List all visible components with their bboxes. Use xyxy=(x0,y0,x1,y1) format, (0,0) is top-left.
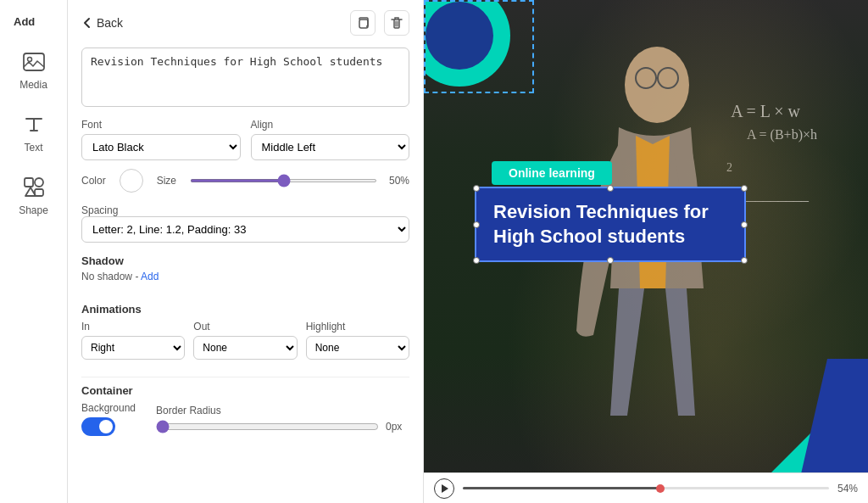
progress-fill xyxy=(463,487,660,489)
svg-point-8 xyxy=(625,47,689,123)
progress-percentage: 54% xyxy=(837,483,858,495)
handle-middle-right[interactable] xyxy=(741,221,748,228)
progress-track[interactable] xyxy=(463,487,829,489)
animations-label: Animations xyxy=(81,303,409,316)
anim-highlight-select[interactable]: None Pulse Bounce Flash xyxy=(306,336,409,360)
container-label: Container xyxy=(81,384,409,397)
font-field-group: Font Lato Black xyxy=(81,119,241,160)
align-field-group: Align Top Left Top Center Top Right Midd… xyxy=(251,119,410,160)
sidebar-add-label: Add xyxy=(0,8,48,35)
sidebar-media-label: Media xyxy=(19,79,47,91)
svg-rect-2 xyxy=(25,178,33,187)
color-size-row: Color Size 50% xyxy=(81,169,409,193)
animations-row: In None Right Left Fade Zoom Out None Ri… xyxy=(81,321,409,360)
sidebar: Add Media Text Shape xyxy=(0,0,68,503)
handle-top-right[interactable] xyxy=(741,185,748,192)
color-label: Color xyxy=(81,175,106,187)
background-field: Background xyxy=(81,402,136,436)
back-button[interactable]: Back xyxy=(81,16,123,30)
border-radius-field: Border Radius 0px xyxy=(156,405,409,433)
panel-header: Back xyxy=(81,10,409,36)
svg-point-1 xyxy=(27,58,31,62)
online-learning-badge: Online learning xyxy=(492,161,612,185)
anim-out-label: Out xyxy=(193,321,297,333)
handle-top-left[interactable] xyxy=(473,185,480,192)
shadow-section: Shadow No shadow - Add xyxy=(81,254,409,293)
anim-highlight-group: Highlight None Pulse Bounce Flash xyxy=(306,321,409,360)
progress-dot xyxy=(656,484,665,493)
size-slider[interactable] xyxy=(190,179,377,182)
align-select[interactable]: Top Left Top Center Top Right Middle Lef… xyxy=(251,134,410,160)
background-toggle[interactable] xyxy=(81,417,115,436)
deco-br-blue xyxy=(800,359,868,478)
spacing-select[interactable]: Letter: 2, Line: 1.2, Padding: 33 xyxy=(81,216,409,243)
text-icon xyxy=(20,111,47,138)
anim-in-group: In None Right Left Fade Zoom xyxy=(81,321,185,360)
shadow-label: Shadow xyxy=(81,254,409,267)
border-radius-slider[interactable] xyxy=(156,420,379,433)
anim-out-select[interactable]: None Right Left Fade Zoom xyxy=(193,336,297,360)
anim-highlight-label: Highlight xyxy=(306,321,409,333)
border-radius-value: 0px xyxy=(386,421,409,433)
container-section: Container Background Border Radius 0px xyxy=(81,384,409,436)
shadow-value: No shadow - Add xyxy=(81,271,409,282)
border-radius-label: Border Radius xyxy=(156,405,409,416)
main-title-text-box[interactable]: Revision Techniques for High School stud… xyxy=(475,187,746,262)
toggle-wrap xyxy=(81,417,136,436)
container-row: Background Border Radius 0px xyxy=(81,402,409,436)
shape-icon xyxy=(20,174,47,201)
sidebar-item-shape[interactable]: Shape xyxy=(4,167,64,223)
panel-header-icons xyxy=(350,10,409,36)
size-slider-wrap: 50% xyxy=(190,175,409,187)
size-label: Size xyxy=(157,175,176,187)
spacing-label: Spacing xyxy=(81,204,409,216)
copy-button[interactable] xyxy=(350,10,376,36)
font-label: Font xyxy=(81,119,241,131)
anim-in-label: In xyxy=(81,321,185,333)
text-content-input[interactable]: Revision Techniques for High School stud… xyxy=(81,48,409,107)
align-label: Align xyxy=(251,119,410,131)
animations-section: Animations In None Right Left Fade Zoom … xyxy=(81,303,409,360)
font-select[interactable]: Lato Black xyxy=(81,134,241,160)
handle-middle-left[interactable] xyxy=(473,221,480,228)
svg-rect-4 xyxy=(35,189,43,196)
spacing-row: Spacing Letter: 2, Line: 1.2, Padding: 3… xyxy=(81,204,409,243)
back-label: Back xyxy=(97,16,123,30)
sidebar-shape-label: Shape xyxy=(19,204,48,216)
properties-panel: Back Revision Techniques for High School… xyxy=(68,0,424,503)
sidebar-item-text[interactable]: Text xyxy=(4,104,64,160)
svg-rect-0 xyxy=(24,53,44,70)
image-icon xyxy=(20,48,47,75)
delete-button[interactable] xyxy=(384,10,409,36)
toggle-knob xyxy=(99,420,113,433)
anim-out-group: Out None Right Left Fade Zoom xyxy=(193,321,297,360)
play-button[interactable] xyxy=(434,478,454,499)
play-icon xyxy=(442,484,448,493)
handle-top-middle[interactable] xyxy=(607,185,614,192)
shadow-add-link[interactable]: Add xyxy=(141,271,159,282)
svg-point-3 xyxy=(35,178,43,187)
sidebar-item-media[interactable]: Media xyxy=(4,42,64,98)
color-picker[interactable] xyxy=(120,169,143,193)
border-slider-wrap: 0px xyxy=(156,420,409,433)
preview-area: A = L × w A = (B+b)×h ___________ 2 Onli… xyxy=(424,0,868,503)
size-value: 50% xyxy=(384,175,409,187)
background-label: Background xyxy=(81,402,136,414)
divider xyxy=(81,377,409,377)
sidebar-text-label: Text xyxy=(24,142,42,154)
playback-bar: 54% xyxy=(424,472,868,503)
font-align-row: Font Lato Black Align Top Left Top Cente… xyxy=(81,119,409,160)
main-title-text: Revision Techniques for High School stud… xyxy=(493,200,727,249)
anim-in-select[interactable]: None Right Left Fade Zoom xyxy=(81,336,185,360)
deco-bottom-right xyxy=(749,359,868,478)
